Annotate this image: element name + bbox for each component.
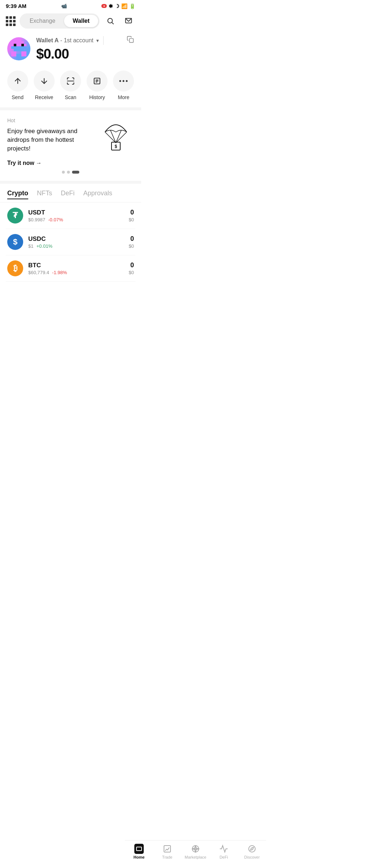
svg-rect-4 (14, 41, 24, 44)
usdc-change: +0.01% (36, 243, 52, 249)
svg-rect-9 (21, 51, 26, 56)
scan-button[interactable]: Scan (60, 71, 81, 100)
usdt-value: 0 $0 (129, 209, 134, 222)
svg-rect-3 (16, 39, 21, 41)
wallet-name-row: Wallet A - 1st account ▾ (36, 36, 134, 45)
nav-right-icons (104, 14, 135, 28)
history-icon (87, 71, 108, 92)
receive-icon (34, 71, 55, 92)
svg-point-22 (119, 80, 121, 82)
btc-info: BTC $60,779.4 -1.98% (28, 262, 124, 275)
wallet-info: Wallet A - 1st account ▾ $0.00 (36, 36, 134, 62)
history-label: History (89, 94, 105, 100)
btc-value: 0 $0 (129, 261, 134, 275)
wallet-tab[interactable]: Wallet (64, 15, 98, 27)
svg-rect-13 (130, 39, 134, 43)
btc-price: $60,779.4 (28, 270, 49, 275)
send-label: Send (12, 94, 24, 100)
btc-amount: 0 (129, 261, 134, 269)
tab-nfts[interactable]: NFTs (37, 190, 52, 199)
crypto-item-btc[interactable]: ₿ BTC $60,779.4 -1.98% 0 $0 (6, 255, 135, 282)
top-nav: Exchange Wallet (0, 10, 141, 33)
usdt-info: USDT $0.9987 -0.07% (28, 209, 124, 222)
btc-logo: ₿ (7, 260, 23, 276)
dot-1 (62, 171, 65, 174)
crypto-item-usdc[interactable]: $ USDC $1 +0.01% 0 $0 (6, 229, 135, 255)
battery-icon: 🔋 (129, 3, 135, 9)
receive-button[interactable]: Receive (33, 71, 55, 100)
usdc-name: USDC (28, 235, 124, 243)
usdc-value: 0 $0 (129, 235, 134, 249)
svg-rect-6 (11, 46, 26, 49)
asset-tabs: Crypto NFTs DeFi Approvals (0, 184, 141, 203)
wifi-icon: 📶 (121, 3, 127, 9)
usdt-name: USDT (28, 209, 124, 216)
svg-line-1 (112, 22, 113, 24)
usdt-price-row: $0.9987 -0.07% (28, 217, 124, 222)
section-divider-2 (0, 181, 141, 184)
usdc-usd: $0 (129, 243, 134, 249)
apps-grid-icon[interactable] (6, 16, 16, 26)
status-bar: 9:39 AM 📹 ✱ ☽ 📶 🔋 (0, 0, 141, 10)
rec-indicator (101, 4, 107, 8)
usdc-logo: $ (7, 234, 23, 250)
scan-label: Scan (65, 94, 76, 100)
svg-line-27 (116, 130, 121, 143)
moon-icon: ☽ (115, 3, 119, 9)
svg-rect-10 (16, 54, 21, 59)
status-time: 9:39 AM (6, 3, 26, 9)
usdc-amount: 0 (129, 235, 134, 243)
btc-usd: $0 (129, 270, 134, 275)
send-button[interactable]: Send (7, 71, 29, 100)
camera-icon: 📹 (61, 3, 67, 9)
receive-label: Receive (35, 94, 53, 100)
btc-price-row: $60,779.4 -1.98% (28, 270, 124, 275)
tab-approvals[interactable]: Approvals (83, 190, 112, 199)
bluetooth-icon: ✱ (109, 3, 113, 9)
message-button[interactable] (122, 14, 135, 28)
scan-icon (60, 71, 81, 92)
crypto-item-usdt[interactable]: ₮ USDT $0.9987 -0.07% 0 $0 (6, 203, 135, 229)
usdt-change: -0.07% (48, 217, 63, 222)
history-button[interactable]: History (86, 71, 108, 100)
exchange-tab[interactable]: Exchange (21, 15, 64, 27)
usdc-price: $1 (28, 243, 33, 249)
svg-rect-8 (11, 51, 16, 56)
status-icons: ✱ ☽ 📶 🔋 (101, 3, 135, 9)
more-label: More (118, 94, 129, 100)
tab-crypto[interactable]: Crypto (7, 190, 28, 199)
usdc-info: USDC $1 +0.01% (28, 235, 124, 249)
avatar[interactable] (7, 37, 30, 60)
svg-rect-12 (21, 44, 24, 46)
usdt-amount: 0 (129, 209, 134, 216)
dot-2 (67, 171, 70, 174)
crypto-list: ₮ USDT $0.9987 -0.07% 0 $0 $ USDC $1 +0.… (0, 203, 141, 282)
svg-line-25 (105, 132, 116, 143)
svg-point-23 (123, 80, 125, 82)
wallet-balance: $0.00 (36, 46, 134, 62)
more-icon (113, 71, 134, 92)
svg-rect-5 (11, 44, 26, 46)
svg-text:$: $ (115, 144, 117, 149)
svg-line-28 (116, 132, 127, 143)
copy-address-button[interactable] (127, 36, 134, 45)
svg-point-24 (126, 80, 128, 82)
action-buttons: Send Receive Scan (0, 68, 141, 107)
tab-defi[interactable]: DeFi (61, 190, 75, 199)
usdc-price-row: $1 +0.01% (28, 243, 124, 249)
try-it-now-link[interactable]: Try it now → (7, 160, 42, 166)
svg-rect-11 (14, 44, 16, 46)
svg-rect-7 (14, 49, 24, 51)
usdt-price: $0.9987 (28, 217, 45, 222)
carousel-dots (7, 166, 134, 175)
wallet-dropdown-icon[interactable]: ▾ (96, 38, 99, 43)
usdt-usd: $0 (129, 217, 134, 222)
section-divider-1 (0, 107, 141, 110)
nav-tabs: Exchange Wallet (20, 13, 100, 29)
send-icon (7, 71, 28, 92)
wallet-section: Wallet A - 1st account ▾ $0.00 (0, 33, 141, 68)
search-button[interactable] (104, 14, 117, 28)
more-button[interactable]: More (113, 71, 134, 100)
usdt-logo: ₮ (7, 208, 23, 224)
hot-banner-title: Enjoy free giveaways and airdrops from t… (7, 127, 94, 153)
